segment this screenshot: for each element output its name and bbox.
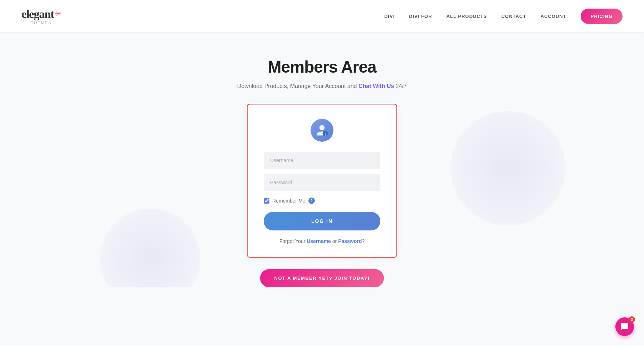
subtitle-text-post: 24/7: [394, 83, 407, 89]
forgot-username-link[interactable]: Username: [307, 238, 331, 244]
nav-divi-for[interactable]: DIVI FOR: [409, 14, 432, 19]
username-input[interactable]: [264, 152, 380, 169]
user-icon-wrap: i: [264, 119, 380, 142]
user-avatar-icon: i: [311, 119, 333, 142]
nav-all-products[interactable]: ALL PRODUCTS: [447, 14, 487, 19]
forgot-password-link[interactable]: Password: [338, 238, 362, 244]
remember-me-help-icon[interactable]: ?: [308, 198, 315, 204]
header: elegant✳ themes DIVI DIVI FOR ALL PRODUC…: [0, 0, 644, 32]
login-button[interactable]: LOG IN: [264, 212, 380, 230]
password-input[interactable]: [264, 174, 380, 191]
subtitle-text-pre: Download Products, Manage Your Account a…: [237, 83, 358, 89]
logo-wordmark: elegant: [21, 8, 54, 20]
chat-with-us-link[interactable]: Chat With Us: [358, 83, 394, 89]
remember-me-row: Remember Me ?: [264, 198, 380, 204]
blob-left-decoration: [100, 209, 200, 287]
forgot-text-mid: or: [331, 238, 338, 244]
page-subtitle: Download Products, Manage Your Account a…: [237, 83, 407, 89]
nav-divi[interactable]: DIVI: [384, 14, 395, 19]
chat-badge: 3: [629, 316, 635, 323]
chat-widget[interactable]: 3: [615, 317, 634, 336]
blob-right-decoration: [451, 111, 565, 225]
logo-star-icon: ✳: [55, 9, 61, 18]
remember-me-label[interactable]: Remember Me: [272, 198, 306, 204]
remember-me-checkbox[interactable]: [264, 198, 269, 204]
login-card: i Remember Me ? LOG IN Forgot Your Usern…: [247, 104, 397, 258]
page-title: Members Area: [268, 57, 376, 77]
forgot-text-pre: Forgot Your: [279, 238, 307, 244]
main-nav: DIVI DIVI FOR ALL PRODUCTS CONTACT ACCOU…: [384, 9, 623, 24]
join-today-button[interactable]: NOT A MEMBER YET? JOIN TODAY!: [260, 269, 384, 287]
forgot-credentials-row: Forgot Your Username or Password?: [264, 238, 380, 244]
pricing-button[interactable]: PRICING: [581, 9, 623, 24]
forgot-text-post: ?: [362, 238, 365, 244]
logo[interactable]: elegant✳ themes: [21, 8, 61, 25]
main-content: Members Area Download Products, Manage Y…: [0, 32, 644, 287]
nav-contact[interactable]: CONTACT: [501, 14, 526, 19]
nav-account[interactable]: ACCOUNT: [541, 14, 566, 19]
svg-text:i: i: [325, 132, 326, 136]
user-svg-icon: i: [316, 124, 328, 137]
logo-subtext: themes: [21, 21, 61, 25]
chat-icon: [620, 322, 629, 331]
